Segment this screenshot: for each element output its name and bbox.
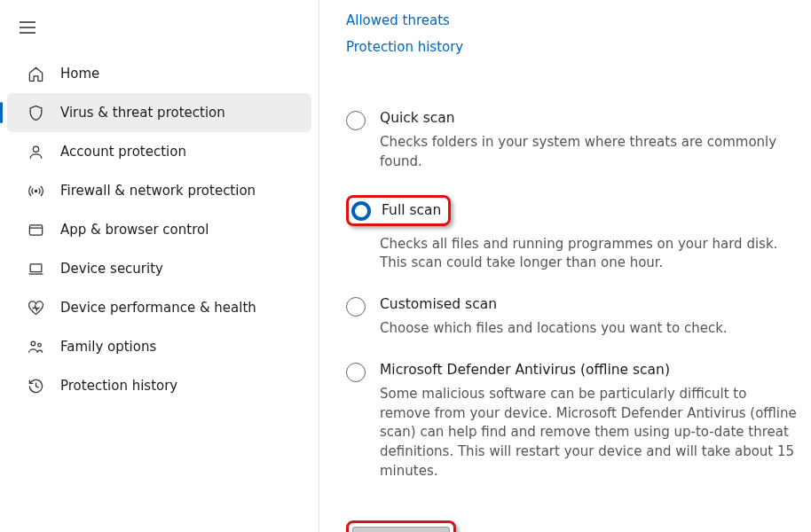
sidebar-item-label: Home [60,66,99,82]
heart-rate-icon [27,299,44,317]
highlighted-full-scan[interactable]: Full scan [346,195,451,226]
sidebar-item-home[interactable]: Home [7,54,311,93]
scan-option-quick[interactable]: Quick scan Checks folders in your system… [346,110,800,172]
scan-option-description: Some malicious software can be particula… [380,385,800,481]
main-content: Allowed threats Protection history Quick… [319,0,811,532]
svg-point-10 [37,343,41,347]
sidebar-item-label: Firewall & network protection [60,183,256,199]
sidebar-item-label: Device security [60,261,163,277]
radio-unchecked-icon[interactable] [346,297,366,317]
svg-point-9 [30,341,35,346]
history-icon [27,377,44,395]
scan-option-title: Full scan [382,202,441,218]
svg-rect-7 [30,263,42,271]
svg-rect-5 [29,224,42,234]
hamburger-icon [20,21,35,34]
scan-now-button[interactable]: Scan now [352,527,450,533]
shield-icon [27,104,44,121]
scan-option-title: Customised scan [380,296,800,312]
sidebar-item-protection-history[interactable]: Protection history [7,366,311,405]
scan-option-title: Microsoft Defender Antivirus (offline sc… [380,362,800,378]
radio-checked-icon[interactable] [351,201,371,221]
sidebar: Home Virus & threat protection Account p… [0,0,319,532]
sidebar-item-virus-threat[interactable]: Virus & threat protection [7,93,311,132]
link-protection-history[interactable]: Protection history [346,39,463,55]
sidebar-item-label: Protection history [60,378,177,394]
sidebar-item-device-performance[interactable]: Device performance & health [7,288,311,327]
svg-point-3 [33,146,38,152]
sidebar-item-family[interactable]: Family options [7,327,311,366]
highlighted-scan-now: Scan now [346,520,456,533]
window-icon [27,221,44,239]
sidebar-item-label: Virus & threat protection [60,105,225,121]
sidebar-item-label: Device performance & health [60,300,256,316]
hamburger-menu-button[interactable] [0,18,55,51]
sidebar-item-device-security[interactable]: Device security [7,249,311,288]
radio-unchecked-icon[interactable] [346,111,366,130]
radio-unchecked-icon[interactable] [346,363,366,382]
sidebar-item-label: Account protection [60,144,186,160]
scan-option-description: Choose which files and locations you wan… [380,319,800,339]
scan-options-group: Quick scan Checks folders in your system… [346,110,800,532]
scan-option-offline[interactable]: Microsoft Defender Antivirus (offline sc… [346,362,800,481]
sidebar-item-firewall[interactable]: Firewall & network protection [7,171,311,210]
link-allowed-threats[interactable]: Allowed threats [346,12,450,28]
scan-option-description: Checks all files and running programmes … [380,235,800,274]
sidebar-item-app-browser[interactable]: App & browser control [7,210,311,249]
family-icon [27,338,44,356]
laptop-icon [27,260,44,278]
sidebar-item-account[interactable]: Account protection [7,132,311,171]
account-icon [27,143,44,160]
svg-point-4 [35,190,36,192]
scan-option-title: Quick scan [380,110,800,126]
sidebar-item-label: Family options [60,339,156,355]
sidebar-item-label: App & browser control [60,222,209,238]
nav-list: Home Virus & threat protection Account p… [0,54,319,405]
antenna-icon [27,182,44,200]
scan-option-customised[interactable]: Customised scan Choose which files and l… [346,296,800,339]
scan-option-description: Checks folders in your system where thre… [380,133,800,172]
home-icon [27,65,44,82]
